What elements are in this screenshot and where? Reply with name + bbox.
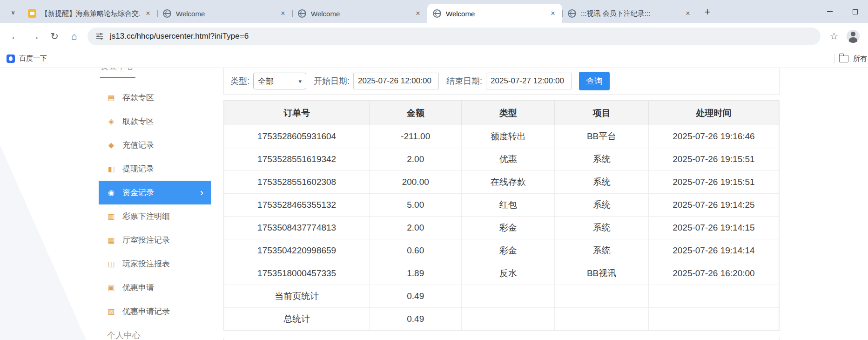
background-triangle-decoration (0, 145, 86, 340)
end-date-input[interactable] (486, 73, 572, 89)
table-cell: 1753528465355132 (224, 194, 370, 217)
tab-close-icon[interactable]: × (413, 9, 423, 18)
funds-icon: ◉ (106, 188, 116, 197)
pagination-panel-cutoff (223, 337, 780, 340)
table-body: 1753528605931604-211.00额度转出BB平台2025-07-2… (224, 125, 779, 331)
minimize-icon (827, 11, 833, 12)
table-cell: 系统 (555, 148, 648, 171)
table-cell: 0.49 (370, 285, 462, 308)
browser-tab[interactable]: :::视讯 会员下注纪录:::× (562, 4, 697, 23)
type-select[interactable]: 全部 ▾ (253, 73, 306, 89)
globe-favicon-icon (298, 9, 306, 18)
dropdown-arrow-icon: ▾ (298, 78, 302, 85)
table-cell: -211.00 (370, 125, 462, 148)
table-row: 17535285516193422.00优惠系统2025-07-26 19:15… (224, 148, 779, 171)
table-cell: 优惠 (462, 148, 555, 171)
sidebar-item-deposit-zone[interactable]: ▤存款专区 (99, 86, 211, 109)
tab-title: 【新提醒】海燕策略论坛综合交... (41, 9, 140, 18)
baidu-favicon-icon (7, 54, 15, 63)
sidebar-item-promo-apply-records[interactable]: ▨优惠申请记录 (99, 299, 211, 323)
browser-toolbar: ← → ↻ ⌂ js13.cc/hhcp/usercenter.html?ini… (0, 23, 868, 49)
sidebar-item-withdrawal-records[interactable]: ◧提现记录 (99, 157, 211, 181)
all-bookmarks-button[interactable]: 所有 (834, 49, 868, 68)
profile-avatar[interactable] (847, 30, 860, 43)
table-cell: 红包 (462, 194, 555, 217)
forward-button[interactable]: → (25, 27, 45, 46)
table-cell: 1753528551619342 (224, 148, 370, 171)
sidebar-item-hall-bet-records[interactable]: ▦厅室投注记录 (99, 228, 211, 252)
tab-close-icon[interactable]: × (683, 9, 693, 18)
sidebar-item-label: 优惠申请记录 (122, 306, 170, 317)
table-cell: 反水 (462, 262, 555, 285)
new-tab-button[interactable]: + (700, 5, 715, 20)
table-cell: 总统计 (224, 308, 370, 331)
table-cell (462, 285, 555, 308)
bookmark-baidu[interactable]: 百度一下 (7, 54, 47, 63)
sidebar-item-lottery-bet-details[interactable]: ▥彩票下注明细 (99, 204, 211, 228)
type-select-value: 全部 (258, 76, 274, 87)
table-cell: 0.60 (370, 239, 462, 262)
sidebar-section-title: 资金中心 (101, 68, 134, 72)
table-row: 17535180004573351.89反水BB视讯2025-07-26 16:… (224, 262, 779, 285)
records-table: 订单号金额类型项目处理时间 1753528605931604-211.00额度转… (224, 101, 779, 331)
table-cell: 额度转出 (462, 125, 555, 148)
tab-search-button[interactable]: ∨ (6, 5, 20, 20)
sidebar-item-recharge-records[interactable]: ◆充值记录 (99, 133, 211, 157)
sidebar-item-label: 优惠申请 (122, 282, 154, 293)
bet-report-icon: ◫ (106, 259, 116, 268)
table-cell: BB平台 (555, 125, 648, 148)
table-cell: 1753504220998659 (224, 239, 370, 262)
table-header-row: 订单号金额类型项目处理时间 (224, 101, 779, 125)
column-header: 金额 (370, 101, 462, 125)
query-button[interactable]: 查询 (579, 72, 610, 90)
sidebar-item-withdraw-zone[interactable]: ◈取款专区 (99, 109, 211, 133)
browser-tab[interactable]: Welcome× (157, 4, 292, 23)
browser-tab[interactable]: Welcome× (427, 4, 562, 23)
table-cell: 系统 (555, 239, 648, 262)
tab-close-icon[interactable]: × (548, 9, 558, 18)
home-button[interactable]: ⌂ (64, 27, 84, 46)
sidebar-item-promo-apply[interactable]: ▣优惠申请 (99, 276, 211, 299)
tab-close-icon[interactable]: × (143, 9, 153, 18)
browser-tab[interactable]: 【新提醒】海燕策略论坛综合交...× (22, 4, 157, 23)
table-cell (648, 308, 779, 331)
bookmarks-bar: 百度一下 所有 (0, 49, 868, 68)
back-button[interactable]: ← (6, 27, 25, 46)
globe-favicon-icon (163, 9, 171, 18)
table-cell: BB视讯 (555, 262, 648, 285)
sidebar-item-label: 取款专区 (122, 116, 154, 127)
table-cell: 1753528551602308 (224, 171, 370, 194)
url-input[interactable]: js13.cc/hhcp/usercenter.html?iniType=6 (110, 32, 249, 41)
table-cell: 系统 (555, 171, 648, 194)
table-cell: 1.89 (370, 262, 462, 285)
table-cell (648, 285, 779, 308)
site-info-icon[interactable] (95, 32, 104, 41)
withdrawal-record-icon: ◧ (106, 164, 116, 173)
sidebar-item-label: 资金记录 (122, 187, 154, 198)
table-row: 17535042209986590.60彩金系统2025-07-26 19:14… (224, 239, 779, 262)
reload-button[interactable]: ↻ (45, 27, 64, 46)
tab-title: Welcome (311, 10, 410, 18)
table-cell: 2025-07-26 19:14:25 (648, 194, 779, 217)
tab-close-icon[interactable]: × (278, 9, 288, 18)
column-header: 处理时间 (648, 101, 779, 125)
page-content: 资金中心 ▤存款专区◈取款专区◆充值记录◧提现记录◉资金记录›▥彩票下注明细▦厅… (0, 68, 868, 340)
column-header: 项目 (555, 101, 648, 125)
maximize-button[interactable] (842, 0, 868, 23)
browser-tab[interactable]: Welcome× (292, 4, 427, 23)
minimize-button[interactable] (817, 0, 842, 23)
table-row: 17535084377748132.00彩金系统2025-07-26 19:14… (224, 217, 779, 239)
sidebar: 资金中心 ▤存款专区◈取款专区◆充值记录◧提现记录◉资金记录›▥彩票下注明细▦厅… (99, 68, 211, 340)
bookmark-star-icon[interactable]: ☆ (824, 27, 844, 46)
table-cell: 系统 (555, 217, 648, 239)
start-date-input[interactable] (353, 73, 439, 89)
filter-bar: 类型: 全部 ▾ 开始日期: 结束日期: 查询 (223, 68, 780, 95)
maximize-icon (853, 9, 858, 14)
sidebar-item-player-bet-report[interactable]: ◫玩家投注报表 (99, 252, 211, 276)
sidebar-item-funds-records[interactable]: ◉资金记录› (99, 181, 211, 204)
table-cell: 2025-07-26 16:20:00 (648, 262, 779, 285)
sidebar-menu: ▤存款专区◈取款专区◆充值记录◧提现记录◉资金记录›▥彩票下注明细▦厅室投注记录… (99, 78, 211, 323)
active-section-underline (100, 77, 135, 78)
table-cell: 彩金 (462, 239, 555, 262)
url-bar[interactable]: js13.cc/hhcp/usercenter.html?iniType=6 (87, 27, 821, 45)
